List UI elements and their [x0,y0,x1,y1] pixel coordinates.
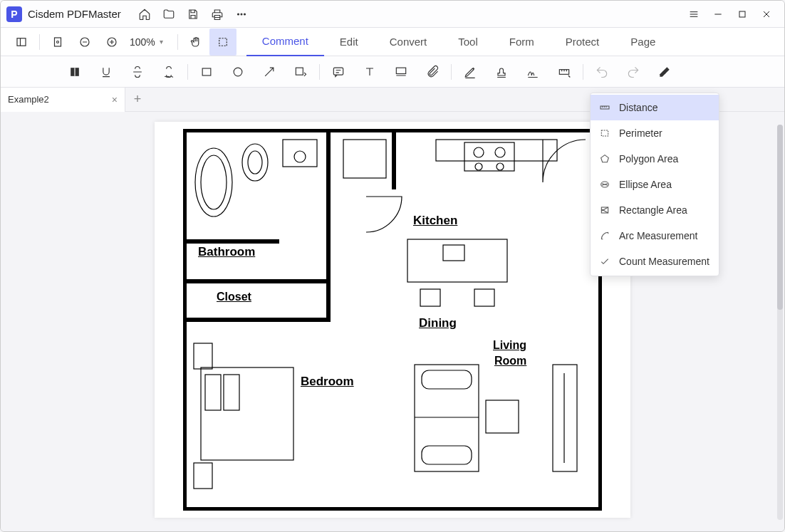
close-button[interactable] [754,1,779,28]
svg-point-22 [294,151,306,162]
svg-rect-43 [486,400,519,433]
marquee-select-icon[interactable] [209,28,236,56]
measure-dropdown: Distance Perimeter Polygon Area Ellipse … [590,93,719,276]
ellipse-hatch-icon [599,179,610,190]
save-icon[interactable] [181,1,205,28]
svg-rect-47 [601,130,608,136]
pencil-tool-icon[interactable] [454,57,486,87]
sidebar-toggle-icon[interactable] [8,28,35,56]
main-toolbar: 100%▾ Comment Edit Convert Tool Form Pro… [1,28,784,56]
print-icon[interactable] [205,1,229,28]
circle-tool-icon[interactable] [222,57,254,87]
attachment-tool-icon[interactable] [417,57,448,87]
svg-rect-35 [205,375,221,410]
signature-tool-icon[interactable] [517,57,549,87]
rect-hatch-icon [599,204,610,216]
arc-icon [599,230,610,241]
dropdown-item-arc[interactable]: Arc Measurement [591,223,719,249]
tab-comment[interactable]: Comment [246,28,324,56]
svg-point-29 [497,163,504,170]
undo-button[interactable] [586,57,618,87]
dropdown-item-distance[interactable]: Distance [591,95,719,120]
svg-point-0 [237,14,239,15]
tab-page[interactable]: Page [615,28,671,56]
hand-tool-icon[interactable] [182,28,209,56]
svg-point-12 [234,68,242,76]
svg-rect-13 [296,68,303,75]
floorplan: Bathroom Kitchen Closet Dining Bedroom L… [183,129,602,511]
dropdown-item-polygon-area[interactable]: Polygon Area [591,146,719,172]
svg-point-20 [248,151,262,174]
more-icon[interactable] [229,1,254,28]
zoom-level[interactable]: 100%▾ [125,36,167,48]
tab-tool[interactable]: Tool [442,28,494,56]
svg-rect-23 [343,140,386,178]
floorplan-furniture [187,132,598,507]
svg-rect-31 [443,245,464,261]
svg-rect-4 [17,38,26,46]
strikethrough-tool-icon[interactable] [122,57,153,87]
svg-point-18 [201,155,227,209]
document-tab[interactable]: Example2 × [1,88,125,112]
vertical-scrollbar[interactable] [777,125,783,520]
svg-rect-34 [201,367,293,460]
zoom-out-button[interactable] [71,28,98,56]
dropdown-item-count[interactable]: Count Measurement [591,249,719,274]
note-tool-icon[interactable] [323,57,354,87]
shape-dropdown-icon[interactable] [285,57,316,87]
minimize-button[interactable] [706,1,730,28]
svg-rect-15 [396,68,405,73]
hamburger-menu-icon[interactable] [682,1,706,28]
svg-rect-3 [739,11,745,17]
squiggly-tool-icon[interactable] [153,57,184,87]
dropdown-item-ellipse-area[interactable]: Ellipse Area [591,172,719,197]
document-tab-label: Example2 [8,94,49,105]
svg-point-27 [495,147,505,157]
svg-rect-36 [224,375,239,410]
svg-rect-46 [601,106,609,109]
svg-point-19 [242,144,268,181]
svg-rect-38 [194,463,212,489]
redo-button[interactable] [618,57,649,87]
app-logo: P [6,6,22,22]
home-icon[interactable] [132,1,157,28]
svg-rect-41 [422,446,472,464]
title-bar: P Cisdem PDFMaster [1,1,784,28]
tab-protect[interactable]: Protect [550,28,615,56]
eraser-tool-icon[interactable] [649,57,680,87]
svg-rect-5 [55,38,61,46]
rectangle-tool-icon[interactable] [191,57,222,87]
text-tool-icon[interactable] [354,57,385,87]
add-tab-button[interactable]: + [125,92,150,107]
highlight-tool-icon[interactable] [59,57,90,87]
svg-rect-25 [464,142,514,171]
maximize-button[interactable] [730,1,754,28]
tab-form[interactable]: Form [494,28,550,56]
rect-dash-icon [599,127,610,139]
page-nav-icon[interactable] [44,28,71,56]
tab-convert[interactable]: Convert [374,28,443,56]
measure-tool-icon[interactable] [549,57,580,87]
open-folder-icon[interactable] [157,1,181,28]
svg-point-6 [57,41,59,43]
svg-rect-9 [219,38,227,46]
stamp-tool-icon[interactable] [486,57,517,87]
app-title: Cisdem PDFMaster [28,8,121,20]
close-tab-icon[interactable]: × [112,94,118,105]
zoom-in-button[interactable] [98,28,125,56]
callout-tool-icon[interactable] [385,57,417,87]
svg-point-26 [474,147,484,157]
tab-edit[interactable]: Edit [324,28,374,56]
svg-rect-40 [422,370,472,389]
pdf-page: Bathroom Kitchen Closet Dining Bedroom L… [155,122,630,518]
svg-rect-39 [415,365,479,471]
svg-rect-11 [202,68,211,75]
arrow-tool-icon[interactable] [254,57,285,87]
svg-rect-37 [194,343,212,369]
svg-rect-33 [474,289,494,306]
svg-rect-32 [420,289,440,306]
check-icon [599,256,610,267]
dropdown-item-perimeter[interactable]: Perimeter [591,120,719,146]
dropdown-item-rectangle-area[interactable]: Rectangle Area [591,197,719,223]
underline-tool-icon[interactable] [90,57,122,87]
